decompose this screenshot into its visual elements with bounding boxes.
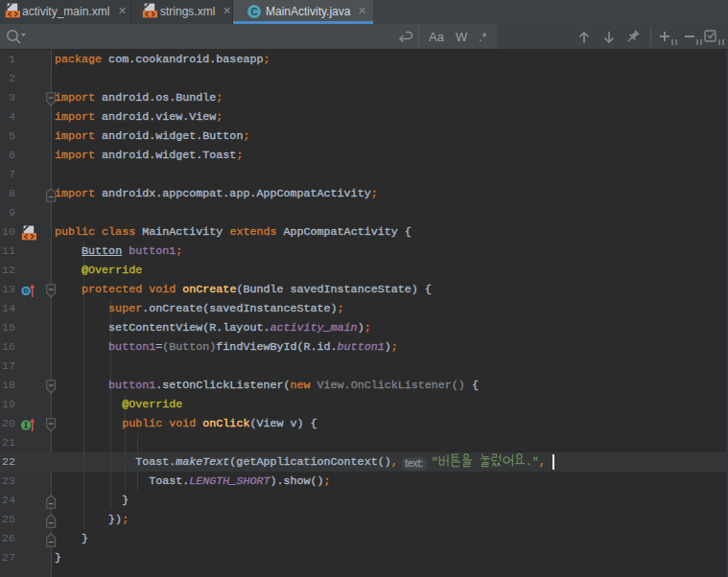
- svg-text:C: C: [250, 7, 257, 17]
